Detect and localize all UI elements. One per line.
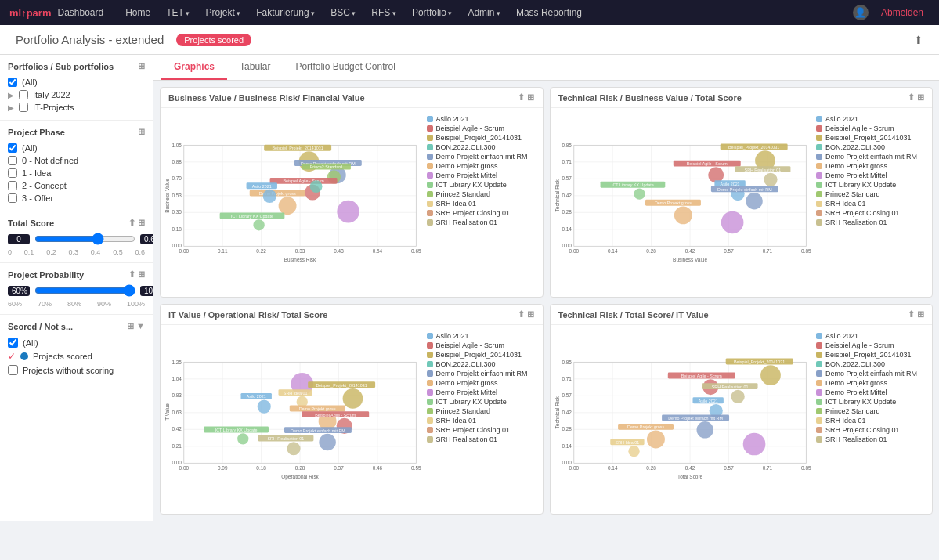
scored-icons[interactable]: ⊞ ▼ xyxy=(127,321,145,331)
export-icon[interactable]: ⬆ xyxy=(914,34,923,46)
phase-2-label: 2 - Concept xyxy=(22,181,67,190)
phase-2-item[interactable]: 2 - Concept xyxy=(8,179,145,192)
svg-text:0.00: 0.00 xyxy=(172,460,182,465)
tab-graphics[interactable]: Graphics xyxy=(161,55,227,80)
scored-without-checkbox[interactable] xyxy=(8,365,18,375)
legend-item: Asilo 2021 xyxy=(816,331,924,341)
tab-portfolio-budget[interactable]: Portfolio Budget Control xyxy=(283,55,407,80)
legend-label: Demo Projekt gross xyxy=(436,379,498,387)
portfolio-it-projects-checkbox[interactable] xyxy=(19,103,28,112)
legend-label: Beispiel_Projekt_20141031 xyxy=(436,134,522,142)
legend-dot xyxy=(816,389,822,396)
chart-icons-chart3[interactable]: ⬆ ⊞ xyxy=(518,309,534,320)
nav-projekt[interactable]: Projekt xyxy=(199,7,247,18)
chart-icons-chart2[interactable]: ⬆ ⊞ xyxy=(908,92,924,103)
legend-label: Beispiel Agile - Scrum xyxy=(825,341,894,349)
project-phase-expand-icon[interactable]: ⊞ xyxy=(138,127,145,137)
legend-item: ICT Library KX Update xyxy=(816,180,924,190)
legend-item: Demo Projekt einfach mit RM xyxy=(816,369,924,378)
portfolio-it-projects-item[interactable]: ▶ IT-Projects xyxy=(8,101,145,114)
phase-0-item[interactable]: 0 - Not defined xyxy=(8,154,145,167)
phase-all-checkbox[interactable] xyxy=(8,143,17,153)
svg-text:ICT Library KX Update: ICT Library KX Update xyxy=(231,214,273,219)
nav-tet[interactable]: TET xyxy=(160,7,196,18)
nav-rfs[interactable]: RFS xyxy=(365,7,403,18)
svg-text:0.54: 0.54 xyxy=(373,248,383,254)
phase-0-checkbox[interactable] xyxy=(8,156,17,165)
chart-svg-chart3: 0.000.090.180.280.370.460.550.000.210.42… xyxy=(164,328,422,508)
legend-label: Demo Projekt Mittel xyxy=(825,388,887,396)
svg-text:0.28: 0.28 xyxy=(646,248,656,254)
chart-panel-chart1: Business Value / Business Risk/ Financia… xyxy=(160,87,544,298)
projects-scored-badge: Projects scored xyxy=(176,34,251,46)
svg-text:0.55: 0.55 xyxy=(411,465,421,471)
total-score-slider[interactable] xyxy=(34,233,135,245)
legend-dot xyxy=(427,361,433,367)
abmelden-link[interactable]: Abmelden xyxy=(875,0,930,25)
portfolios-expand-icon[interactable]: ⊞ xyxy=(138,61,145,71)
svg-text:0.00: 0.00 xyxy=(179,465,190,471)
svg-text:0.71: 0.71 xyxy=(562,159,572,164)
phase-1-item[interactable]: 1 - Idea xyxy=(8,167,145,179)
chart-icons-chart4[interactable]: ⬆ ⊞ xyxy=(908,309,924,320)
dashboard-link[interactable]: Dashboard xyxy=(57,7,103,18)
svg-text:0.14: 0.14 xyxy=(562,226,572,232)
nav-fakturierung[interactable]: Fakturierung xyxy=(250,7,321,18)
svg-text:0.00: 0.00 xyxy=(569,248,579,254)
scored-header: Scored / Not s... ⊞ ▼ xyxy=(8,321,145,331)
svg-text:ICT Library KX Update: ICT Library KX Update xyxy=(612,182,654,187)
portfolio-all-item[interactable]: (All) xyxy=(8,76,145,89)
total-score-max-val: 0.65 xyxy=(140,234,153,244)
svg-text:0.14: 0.14 xyxy=(562,443,572,449)
tab-portfolio-budget-label: Portfolio Budget Control xyxy=(295,61,395,72)
project-probability-label: Project Probability xyxy=(8,270,84,280)
scored-without-item[interactable]: Projects without scoring xyxy=(8,363,145,377)
nav-portfolio[interactable]: Portfolio xyxy=(406,7,459,18)
svg-text:0.70: 0.70 xyxy=(172,175,182,181)
phase-1-checkbox[interactable] xyxy=(8,168,17,178)
portfolio-italy-expand[interactable]: ▶ xyxy=(8,91,14,99)
legend-dot xyxy=(816,370,822,377)
legend-label: SRH Project Closing 01 xyxy=(436,209,511,217)
legend-item: Beispiel_Projekt_20141031 xyxy=(816,133,924,143)
scored-label: Scored / Not s... xyxy=(8,322,73,331)
legend-item: ICT Library KX Update xyxy=(816,397,924,406)
nav-mass-reporting[interactable]: Mass Reporting xyxy=(510,0,588,25)
svg-text:Beispiel Agile - Scrum: Beispiel Agile - Scrum xyxy=(686,161,728,166)
portfolio-italy-item[interactable]: ▶ Italy 2022 xyxy=(8,89,145,101)
svg-text:Technical Risk: Technical Risk xyxy=(554,179,560,211)
phase-2-checkbox[interactable] xyxy=(8,181,17,190)
nav-bsc[interactable]: BSC xyxy=(324,7,362,18)
legend-label: ICT Library KX Update xyxy=(436,181,507,189)
phase-all-item[interactable]: (All) xyxy=(8,142,145,154)
portfolio-all-checkbox[interactable] xyxy=(8,78,17,87)
legend-dot xyxy=(816,154,822,160)
scored-projects-scored-item[interactable]: ✓ Projects scored xyxy=(8,349,145,363)
chart-header-chart3: IT Value / Operational Risk/ Total Score… xyxy=(161,305,543,325)
scored-projects-scored-label: Projects scored xyxy=(33,352,92,361)
scored-all-checkbox[interactable] xyxy=(8,338,18,348)
phase-3-item[interactable]: 3 - Offer xyxy=(8,192,145,204)
scored-without-label: Projects without scoring xyxy=(23,366,114,375)
svg-text:Demo Projekt einfach mit RM: Demo Projekt einfach mit RM xyxy=(717,187,772,192)
portfolio-it-projects-expand[interactable]: ▶ xyxy=(8,103,14,112)
svg-text:Total Score: Total Score xyxy=(677,474,702,479)
scored-all-item[interactable]: (All) xyxy=(8,336,145,349)
bubble xyxy=(634,188,645,199)
total-score-icons[interactable]: ⬆ ⊞ xyxy=(128,218,145,228)
legend-item: BON.2022.CLI.300 xyxy=(427,359,535,369)
bubble xyxy=(646,431,664,449)
nav-admin[interactable]: Admin xyxy=(461,7,507,18)
user-avatar-icon[interactable]: 👤 xyxy=(853,5,869,20)
tab-tabular[interactable]: Tabular xyxy=(227,55,283,80)
project-probability-icons[interactable]: ⬆ ⊞ xyxy=(128,269,145,280)
legend-item: Asilo 2021 xyxy=(816,114,924,124)
chart-icons-chart1[interactable]: ⬆ ⊞ xyxy=(518,92,534,103)
phase-3-checkbox[interactable] xyxy=(8,193,17,203)
portfolio-italy-checkbox[interactable] xyxy=(19,90,28,99)
chart-body-chart2: 0.000.140.280.420.570.710.850.000.140.28… xyxy=(551,108,933,297)
nav-home[interactable]: Home xyxy=(119,0,157,25)
svg-text:0.14: 0.14 xyxy=(607,465,617,471)
chart-svg-chart2: 0.000.140.280.420.570.710.850.000.140.28… xyxy=(554,111,812,291)
project-probability-slider[interactable] xyxy=(34,284,135,297)
